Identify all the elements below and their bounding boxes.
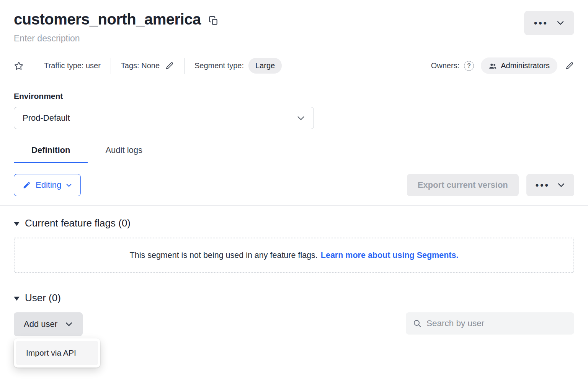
add-user-label: Add user: [24, 319, 57, 329]
page-title: customers_north_america: [14, 11, 201, 28]
user-heading: User (0): [25, 292, 61, 304]
add-user-menu: Import via API: [14, 338, 100, 368]
tab-definition[interactable]: Definition: [14, 145, 88, 163]
feature-flags-heading: Current feature flags (0): [25, 217, 131, 229]
owners-value: Administrators: [501, 61, 550, 70]
environment-section: Environment Prod-Default: [14, 92, 574, 129]
description-placeholder[interactable]: Enter description: [14, 33, 219, 44]
definition-toolbar: Editing Export current version •••: [14, 174, 574, 196]
chevron-down-icon: [557, 182, 565, 188]
meta-row: Traffic type: user Tags: None Segment ty…: [14, 57, 574, 74]
section-divider: [0, 205, 588, 206]
user-section: User (0) Add user Import via API: [14, 292, 574, 336]
editing-label: Editing: [36, 180, 61, 190]
menu-item-import-via-api[interactable]: Import via API: [16, 341, 98, 365]
segment-type-badge: Large: [248, 58, 282, 74]
meta-divider: [111, 58, 111, 74]
meta-divider: [184, 58, 185, 74]
add-user-button[interactable]: Add user: [14, 312, 83, 336]
owners-group: Owners: ? Administrators: [431, 57, 574, 74]
export-version-button[interactable]: Export current version: [407, 174, 519, 196]
collapse-caret-icon[interactable]: [14, 222, 20, 226]
empty-state-text: This segment is not being used in any fe…: [130, 251, 318, 260]
page-header: customers_north_america Enter descriptio…: [14, 11, 574, 44]
feature-flags-empty-state: This segment is not being used in any fe…: [14, 238, 574, 273]
ellipsis-icon: •••: [536, 181, 550, 190]
meta-divider: [34, 58, 34, 74]
collapse-caret-icon[interactable]: [14, 297, 20, 301]
segment-type-label: Segment type:: [194, 61, 244, 70]
chevron-down-icon: [66, 183, 72, 187]
chevron-down-icon: [65, 322, 73, 327]
feature-flags-section: Current feature flags (0) This segment i…: [14, 217, 574, 273]
toolbar-more-button[interactable]: •••: [526, 174, 574, 196]
edit-tags-icon[interactable]: [165, 61, 174, 71]
edit-owners-icon[interactable]: [565, 61, 574, 71]
environment-label: Environment: [14, 92, 574, 101]
editing-mode-button[interactable]: Editing: [14, 174, 81, 196]
tags-label: Tags: None: [121, 61, 160, 70]
search-icon: [413, 319, 422, 328]
search-by-user-input[interactable]: [426, 318, 567, 328]
learn-more-link[interactable]: Learn more about using Segments.: [321, 251, 459, 260]
owners-label: Owners:: [431, 61, 459, 70]
environment-selected-value: Prod-Default: [23, 113, 70, 123]
ellipsis-icon: •••: [534, 18, 548, 28]
pencil-icon: [23, 181, 31, 189]
owners-pill[interactable]: Administrators: [481, 57, 557, 74]
copy-icon[interactable]: [209, 16, 219, 26]
header-more-button[interactable]: •••: [524, 11, 574, 35]
people-icon: [488, 62, 497, 70]
chevron-down-icon: [557, 20, 564, 26]
segment-page: customers_north_america Enter descriptio…: [0, 0, 588, 336]
tab-bar: Definition Audit logs: [0, 145, 588, 163]
traffic-type-label: Traffic type: user: [44, 61, 101, 70]
help-icon[interactable]: ?: [464, 61, 474, 71]
star-icon[interactable]: [14, 61, 24, 71]
user-search[interactable]: [406, 312, 574, 335]
chevron-down-icon: [297, 115, 305, 121]
environment-select[interactable]: Prod-Default: [14, 107, 314, 129]
tab-audit-logs[interactable]: Audit logs: [88, 145, 160, 163]
